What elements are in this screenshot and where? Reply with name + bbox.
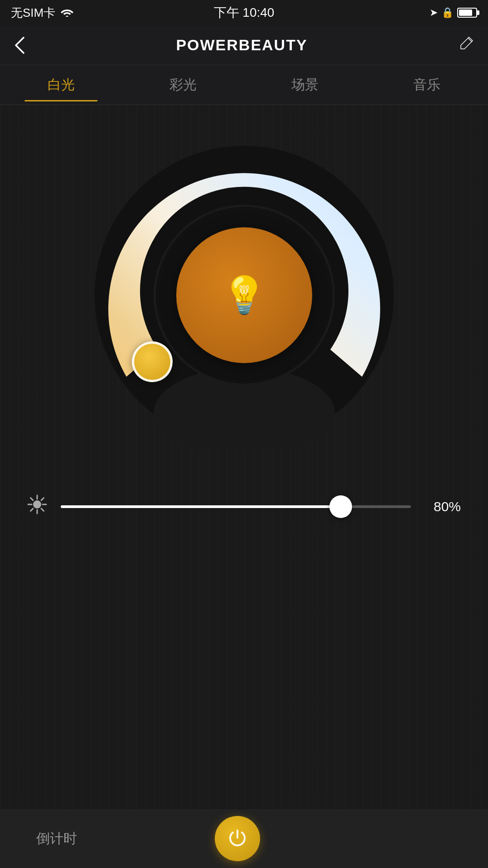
wifi-icon <box>60 6 74 20</box>
status-right: ➤ 🔒 <box>430 7 477 19</box>
svg-point-8 <box>33 500 41 508</box>
tab-bar: 白光 彩光 场景 音乐 <box>0 65 488 105</box>
tab-white[interactable]: 白光 <box>0 68 122 101</box>
color-wheel[interactable]: 💡 <box>90 141 398 449</box>
tab-music[interactable]: 音乐 <box>366 68 488 101</box>
svg-point-0 <box>66 15 68 17</box>
svg-line-14 <box>41 508 44 511</box>
tab-color[interactable]: 彩光 <box>122 68 244 101</box>
svg-line-16 <box>31 508 34 511</box>
status-time: 下午 10:40 <box>214 4 275 21</box>
svg-line-15 <box>41 498 44 501</box>
status-bar: 无SIM卡 下午 10:40 ➤ 🔒 <box>0 0 488 25</box>
carrier-text: 无SIM卡 <box>11 5 55 21</box>
location-icon: ➤ <box>430 7 438 19</box>
nav-bar: POWERBEAUTY <box>0 25 488 65</box>
brightness-icon <box>27 494 47 518</box>
status-left: 无SIM卡 <box>11 5 74 21</box>
bottom-bar: 倒计时 <box>0 809 488 868</box>
battery-fill <box>459 10 472 16</box>
lock-icon: 🔒 <box>441 7 454 19</box>
brightness-control: 80% <box>0 494 488 518</box>
power-button[interactable] <box>215 816 260 861</box>
brightness-value: 80% <box>425 499 461 514</box>
main-content: 💡 80% <box>0 105 488 809</box>
svg-line-1 <box>468 38 472 42</box>
center-bulb[interactable]: 💡 <box>176 227 312 363</box>
edit-button[interactable] <box>459 36 474 54</box>
slider-thumb[interactable] <box>329 495 352 518</box>
arc-thumb[interactable] <box>132 341 173 382</box>
battery-icon <box>457 8 477 18</box>
bulb-icon: 💡 <box>222 274 267 317</box>
tab-scene[interactable]: 场景 <box>244 68 366 101</box>
back-button[interactable] <box>14 37 24 54</box>
page-title: POWERBEAUTY <box>176 36 307 54</box>
brightness-slider[interactable] <box>61 505 411 508</box>
timer-label[interactable]: 倒计时 <box>36 830 77 848</box>
svg-line-13 <box>31 498 34 501</box>
slider-fill <box>61 505 341 508</box>
